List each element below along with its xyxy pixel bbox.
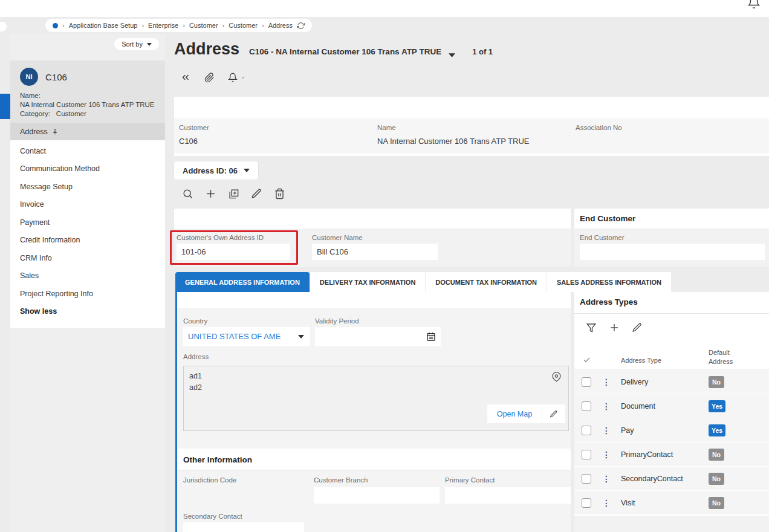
summary-field: Association No <box>571 118 769 153</box>
search-icon[interactable] <box>182 188 193 199</box>
sidebar-category-value: Customer <box>56 110 86 117</box>
notifications-bell-icon[interactable] <box>747 0 761 9</box>
tab-sales[interactable]: SALES ADDRESS INFORMATION <box>547 272 671 292</box>
customer-name-input[interactable]: Bill C106 <box>312 244 438 260</box>
active-section-indicator <box>0 94 10 119</box>
validity-period-input[interactable] <box>315 327 441 346</box>
edit-pencil-icon[interactable] <box>632 322 643 333</box>
customer-name-label: Customer Name <box>312 234 363 241</box>
other-info-input[interactable] <box>314 487 440 504</box>
column-address-type[interactable]: Address Type <box>621 356 661 365</box>
summary-field: NameNA Internal Customer 106 Trans ATP T… <box>372 118 571 153</box>
end-customer-label: End Customer <box>580 234 625 241</box>
home-dot-icon[interactable] <box>53 23 58 28</box>
end-customer-input[interactable] <box>580 244 765 260</box>
refresh-icon[interactable] <box>297 22 305 30</box>
row-menu-kebab-icon[interactable]: ⋮ <box>602 474 611 484</box>
sidebar-item-address-selected[interactable]: Address <box>10 123 165 140</box>
breadcrumb-item[interactable]: Customer <box>229 22 258 29</box>
breadcrumb-separator: › <box>262 22 264 29</box>
sidebar-item-invoice[interactable]: Invoice <box>10 196 165 214</box>
other-info-input[interactable] <box>183 522 304 532</box>
general-fields-section: Country UNITED STATES OF AME Validity Pe… <box>177 308 571 449</box>
sidebar-item-crm-info[interactable]: CRM Info <box>10 249 165 267</box>
select-all-check-icon[interactable] <box>583 356 591 364</box>
row-menu-kebab-icon[interactable]: ⋮ <box>602 401 611 411</box>
sidebar-customer-id: C106 <box>45 72 67 82</box>
add-icon[interactable] <box>205 188 216 199</box>
row-menu-kebab-icon[interactable]: ⋮ <box>602 377 611 387</box>
customer-summary-card: NI C106 Name: NA Internal Customer 106 T… <box>10 60 165 123</box>
address-tabs: GENERAL ADDRESS INFORMATIONDELIVERY TAX … <box>175 272 671 292</box>
row-checkbox[interactable] <box>582 474 591 484</box>
row-checkbox[interactable] <box>582 401 591 411</box>
sidebar-item-communication-method[interactable]: Communication Method <box>10 160 165 178</box>
map-pin-icon[interactable] <box>551 372 562 382</box>
default-address-badge: No <box>709 449 724 461</box>
chevron-down-icon <box>147 43 152 46</box>
sidebar-item-message-setup[interactable]: Message Setup <box>10 178 165 196</box>
summary-field-value: NA Internal Customer 106 Trans ATP TRUE <box>377 137 566 146</box>
row-checkbox[interactable] <box>582 377 591 387</box>
column-default-line2: Address <box>709 358 733 365</box>
customer-summary-fields: CustomerC106NameNA Internal Customer 106… <box>174 118 769 153</box>
other-info-input[interactable] <box>445 487 571 504</box>
country-select[interactable]: UNITED STATES OF AME <box>183 327 310 346</box>
sidebar-item-credit-information[interactable]: Credit Information <box>10 232 165 250</box>
record-selector-caret-icon[interactable] <box>449 53 455 57</box>
breadcrumb-separator: › <box>183 22 185 29</box>
address-types-table-body: ⋮DeliveryNo⋮DocumentYes⋮PayYes⋮PrimaryCo… <box>574 370 769 515</box>
breadcrumb-item[interactable]: Address <box>268 22 293 29</box>
address-type-name: Delivery <box>621 378 648 386</box>
breadcrumb-item[interactable]: Customer <box>189 22 218 29</box>
chevron-down-icon <box>298 335 304 339</box>
add-icon[interactable] <box>609 322 620 333</box>
customer-summary-panel: CustomerC106NameNA Internal Customer 106… <box>174 97 769 156</box>
default-address-badge: Yes <box>709 424 725 436</box>
summary-field-label: Name <box>377 124 566 131</box>
validity-period-label: Validity Period <box>315 317 359 325</box>
open-map-button[interactable]: Open Map <box>487 404 542 423</box>
row-menu-kebab-icon[interactable]: ⋮ <box>602 498 611 508</box>
subscribe-bell-icon[interactable] <box>228 73 246 82</box>
collapse-left-icon[interactable] <box>180 72 191 83</box>
address-id-label: Address ID: 06 <box>183 166 238 175</box>
address-line-1: ad1 <box>189 371 568 381</box>
address-types-panel: Address Types Address Type Default Addre… <box>574 292 769 532</box>
address-type-name: PrimaryContact <box>621 450 673 459</box>
own-address-id-input[interactable]: 101-06 <box>177 244 290 260</box>
tab-delivery[interactable]: DELIVERY TAX INFORMATION <box>310 272 426 292</box>
breadcrumb-item[interactable]: Application Base Setup <box>69 22 138 29</box>
delete-trash-icon[interactable] <box>274 188 285 199</box>
row-menu-kebab-icon[interactable]: ⋮ <box>602 450 611 459</box>
row-menu-kebab-icon[interactable]: ⋮ <box>602 426 611 435</box>
page-title: Address <box>174 40 239 59</box>
breadcrumb-item[interactable]: Enterprise <box>148 22 178 29</box>
edit-pencil-icon[interactable] <box>251 188 262 199</box>
address-type-row: ⋮PrimaryContactNo <box>574 443 769 466</box>
row-checkbox[interactable] <box>582 426 591 435</box>
address-types-table-header: Address Type Default Address <box>574 340 769 369</box>
calendar-icon[interactable] <box>426 332 436 342</box>
address-edit-pencil-icon[interactable] <box>542 404 565 423</box>
sidebar-item-contact[interactable]: Contact <box>10 142 165 160</box>
address-type-name: Visit <box>621 499 635 507</box>
filter-icon[interactable] <box>586 322 597 333</box>
row-checkbox[interactable] <box>582 498 591 508</box>
address-textarea[interactable]: ad1 ad2 Open Map <box>183 366 569 431</box>
column-default-address[interactable]: Default Address <box>709 348 733 366</box>
duplicate-icon[interactable] <box>228 188 239 199</box>
sidebar-item-sales[interactable]: Sales <box>10 267 165 285</box>
sort-by-button[interactable]: Sort by <box>114 38 159 50</box>
row-checkbox[interactable] <box>582 450 591 459</box>
tab-document[interactable]: DOCUMENT TAX INFORMATION <box>426 272 547 292</box>
address-id-selector[interactable]: Address ID: 06 <box>174 161 258 180</box>
sidebar-item-project-reporting-info[interactable]: Project Reporting Info <box>10 285 165 303</box>
tab-general[interactable]: GENERAL ADDRESS INFORMATION <box>175 272 310 292</box>
attachment-paperclip-icon[interactable] <box>204 73 215 83</box>
sidebar-item-payment[interactable]: Payment <box>10 213 165 232</box>
sidebar-show-less[interactable]: Show less <box>10 303 165 321</box>
sidebar-nav-list: ContactCommunication MethodMessage Setup… <box>10 140 165 328</box>
end-customer-title: End Customer <box>580 214 635 223</box>
address-label: Address <box>183 353 209 360</box>
